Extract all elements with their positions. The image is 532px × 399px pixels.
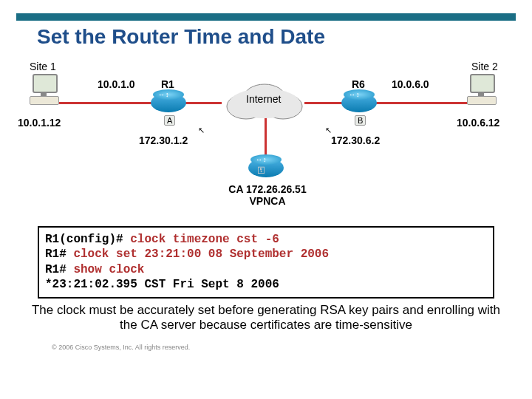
link-line [304,102,344,104]
cli-terminal: R1(config)# clock timezone cst -6 R1# cl… [38,226,494,299]
cli-line: *23:21:02.395 CST Fri Sept 8 2006 [45,277,487,292]
router-r6-icon: ↔↕ [341,93,377,112]
cli-prompt: R1# [45,263,66,276]
cli-command: clock set 23:21:00 08 September 2006 [66,248,329,261]
cli-command: show clock [66,263,145,276]
copyright-footer: © 2006 Cisco Systems, Inc. All rights re… [52,344,532,351]
header-bar [16,13,516,21]
page-title: Set the Router Time and Date [37,25,532,49]
ip-label: 10.0.1.12 [18,117,61,129]
caption-text: The clock must be accurately set before … [30,303,502,333]
network-diagram: ↔↕ ↔↕ Internet ↔↕ ⚿ Site 1 Site 2 10.0.1… [30,65,502,220]
caret-icon: ↖ [198,126,205,135]
cli-output: *23:21:02.395 CST Fri Sept 8 2006 [45,278,279,291]
ca-router-icon: ↔↕ ⚿ [248,158,284,177]
ca-label-1: CA 172.26.26.51 [223,183,312,195]
ip-label: 172.30.1.2 [139,134,188,146]
ip-label: 10.0.6.0 [392,78,429,90]
ca-label-2: VPNCA [223,195,312,207]
pc-site1-icon [30,74,65,105]
router-label: R1 [161,78,174,90]
ip-label: 10.0.6.12 [457,117,499,129]
cli-command: clock timezone cst -6 [123,233,279,246]
ip-label: 172.30.6.2 [331,134,380,146]
pc-site2-icon [467,74,502,105]
router-label: R6 [352,78,365,90]
site2-label: Site 2 [471,61,498,72]
caret-icon: ↖ [325,126,332,135]
cli-line: R1(config)# clock timezone cst -6 [45,232,487,247]
ip-label: 10.0.1.0 [98,78,135,90]
cli-prompt: R1(config)# [45,233,123,246]
site1-label: Site 1 [30,61,56,72]
cli-line: R1# clock set 23:21:00 08 September 2006 [45,247,487,262]
key-icon: ⚿ [257,166,265,174]
link-line [182,102,222,104]
cli-prompt: R1# [45,248,66,261]
router-r1-icon: ↔↕ [151,93,186,112]
sub-label-a: A [164,115,175,126]
sub-label-b: B [355,115,366,126]
cli-line: R1# show clock [45,262,487,277]
internet-label: Internet [246,93,281,105]
